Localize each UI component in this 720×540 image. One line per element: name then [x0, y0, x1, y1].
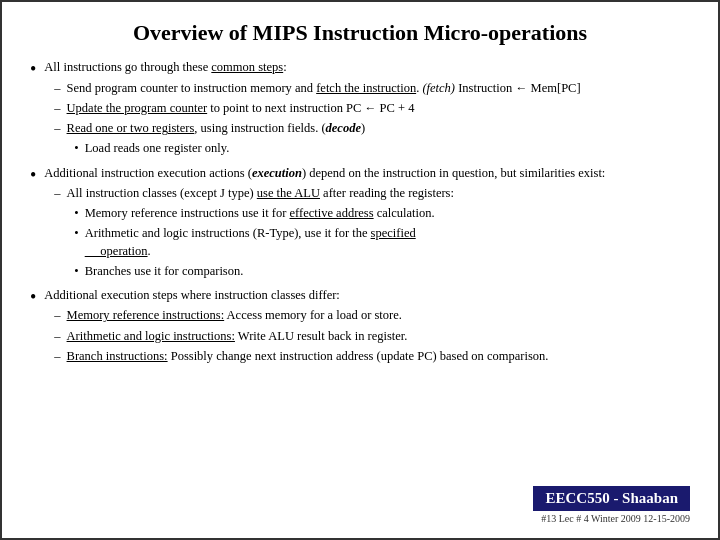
- small-dot: •: [74, 139, 78, 157]
- section2-subitem3-text: Branches use it for comparison.: [85, 262, 244, 280]
- section2-subitem2: • Arithmetic and logic instructions (R-T…: [74, 224, 690, 260]
- section2-subitem1-text: Memory reference instructions use it for…: [85, 204, 435, 222]
- dash: –: [54, 347, 60, 365]
- section1-intro: All instructions go through these common…: [44, 60, 286, 74]
- section3-item1: – Memory reference instructions: Access …: [54, 306, 690, 324]
- footer-info: #13 Lec # 4 Winter 2009 12-15-2009: [541, 513, 690, 524]
- section3-item1-text: Memory reference instructions: Access me…: [67, 306, 402, 324]
- slide: Overview of MIPS Instruction Micro-opera…: [0, 0, 720, 540]
- dash: –: [54, 119, 60, 137]
- bullet-content-3: Additional execution steps where instruc…: [44, 286, 690, 365]
- section1-subitem1: • Load reads one register only.: [74, 139, 690, 157]
- section2-subitem3: • Branches use it for comparison.: [74, 262, 690, 280]
- section1-item1-text: Send program counter to instruction memo…: [67, 79, 581, 97]
- dash: –: [54, 184, 60, 202]
- bullet-section-2: • Additional instruction execution actio…: [30, 164, 690, 281]
- section3-item2: – Arithmetic and logic instructions: Wri…: [54, 327, 690, 345]
- section3-item2-text: Arithmetic and logic instructions: Write…: [67, 327, 408, 345]
- footer-badge: EECC550 - Shaaban: [533, 486, 690, 511]
- bullet-content-1: All instructions go through these common…: [44, 58, 690, 157]
- slide-title: Overview of MIPS Instruction Micro-opera…: [30, 20, 690, 46]
- section1-item2-text: Update the program counter to point to n…: [67, 99, 415, 117]
- section1-subitem1-text: Load reads one register only.: [85, 139, 230, 157]
- slide-footer: EECC550 - Shaaban #13 Lec # 4 Winter 200…: [30, 486, 690, 524]
- section2-subitem2-text: Arithmetic and logic instructions (R-Typ…: [85, 224, 416, 260]
- bullet-section-3: • Additional execution steps where instr…: [30, 286, 690, 365]
- slide-content: • All instructions go through these comm…: [30, 58, 690, 480]
- bullet-dot-1: •: [30, 56, 36, 82]
- section3-item3-text: Branch instructions: Possibly change nex…: [67, 347, 549, 365]
- small-dot: •: [74, 224, 78, 260]
- section1-item1: – Send program counter to instruction me…: [54, 79, 690, 97]
- bullet-dot-3: •: [30, 284, 36, 310]
- section2-subitem1: • Memory reference instructions use it f…: [74, 204, 690, 222]
- bullet-dot-2: •: [30, 162, 36, 188]
- section1-item3-text: Read one or two registers, using instruc…: [67, 119, 366, 137]
- bullet-section-1: • All instructions go through these comm…: [30, 58, 690, 157]
- section2-item1-text: All instruction classes (except J type) …: [67, 184, 454, 202]
- dash: –: [54, 99, 60, 117]
- section3-item3: – Branch instructions: Possibly change n…: [54, 347, 690, 365]
- section3-intro: Additional execution steps where instruc…: [44, 288, 340, 302]
- section2-intro: Additional instruction execution actions…: [44, 166, 605, 180]
- small-dot: •: [74, 204, 78, 222]
- bullet-content-2: Additional instruction execution actions…: [44, 164, 690, 281]
- small-dot: •: [74, 262, 78, 280]
- section1-item3: – Read one or two registers, using instr…: [54, 119, 690, 137]
- dash: –: [54, 79, 60, 97]
- section2-item1: – All instruction classes (except J type…: [54, 184, 690, 202]
- section1-item2: – Update the program counter to point to…: [54, 99, 690, 117]
- dash: –: [54, 306, 60, 324]
- dash: –: [54, 327, 60, 345]
